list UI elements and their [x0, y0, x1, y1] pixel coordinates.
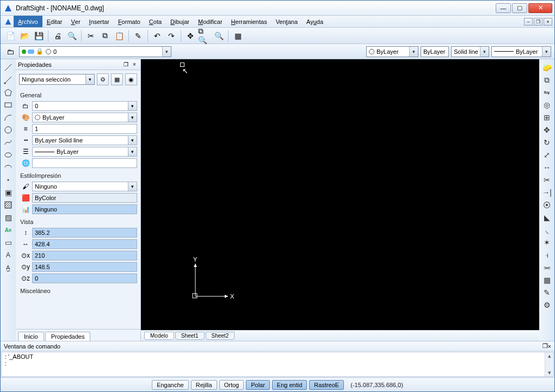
properties-icon[interactable]: ▦	[231, 29, 244, 42]
menu-ayuda[interactable]: Ayuda	[302, 16, 328, 27]
print-icon[interactable]: 🖨	[51, 29, 64, 42]
copy-icon[interactable]: ⧉	[98, 29, 112, 42]
select-all-icon[interactable]: ▦	[111, 73, 123, 85]
prop-color[interactable]: ByLayer	[32, 113, 137, 122]
panel-dock-icon[interactable]: ❐	[122, 61, 130, 69]
save-icon[interactable]: 💾	[32, 29, 45, 42]
menu-editar[interactable]: Editar	[42, 16, 67, 27]
rectangle-icon[interactable]	[2, 99, 14, 111]
color-combo[interactable]: ByLayer	[366, 46, 418, 57]
tab-inicio[interactable]: Inicio	[18, 332, 44, 341]
rotate-icon[interactable]: ↻	[541, 136, 553, 148]
menu-ventana[interactable]: Ventana	[272, 16, 302, 27]
prop-view-w[interactable]: 428.4	[32, 239, 137, 249]
pick-icon[interactable]: ◉	[125, 73, 137, 85]
open-icon[interactable]: 📂	[18, 29, 31, 42]
tab-propiedades[interactable]: Propiedades	[45, 332, 91, 341]
arc-icon[interactable]	[2, 111, 14, 123]
dropdown-icon[interactable]	[409, 47, 418, 57]
dropdown-icon[interactable]	[542, 47, 551, 57]
undo-icon[interactable]: ↶	[151, 29, 164, 42]
menu-archivo[interactable]: Archivo	[14, 16, 42, 27]
menu-modificar[interactable]: Modificar	[194, 16, 227, 27]
maximize-button[interactable]: ▢	[512, 3, 527, 13]
cmd-dock-icon[interactable]: ❐	[542, 343, 548, 350]
print-preview-icon[interactable]: 🔍	[65, 29, 78, 42]
line-icon[interactable]	[2, 61, 14, 73]
pencil-icon[interactable]: ✎	[132, 29, 145, 42]
ellipse-arc-icon[interactable]	[2, 161, 14, 173]
toggle-polar[interactable]: Polar	[246, 380, 270, 390]
mdi-close-button[interactable]: ×	[544, 18, 552, 26]
scrollbar[interactable]: ▴▾	[545, 352, 553, 376]
panel-close-icon[interactable]: ×	[131, 61, 138, 69]
spline-icon[interactable]	[2, 136, 14, 148]
menu-cota[interactable]: Cota	[145, 16, 166, 27]
menu-herramientas[interactable]: Herramientas	[227, 16, 272, 27]
pan-icon[interactable]: ✥	[184, 29, 197, 42]
tab-sheet2[interactable]: Sheet2	[206, 332, 235, 340]
prop-layer[interactable]: 0	[32, 101, 137, 111]
cut-icon[interactable]: ✂	[84, 29, 97, 42]
selection-combo[interactable]: Ninguna selección	[19, 74, 95, 85]
prop-lineweight[interactable]: ByLayer	[32, 147, 137, 157]
layer-manager-icon[interactable]: 🗀	[4, 45, 17, 58]
hatch-icon[interactable]	[2, 199, 14, 211]
erase-icon[interactable]: 🧽	[541, 61, 553, 73]
dropdown-icon[interactable]	[85, 74, 94, 84]
minimize-button[interactable]: ―	[496, 3, 511, 13]
toggle-eng-entid[interactable]: Eng entid	[272, 380, 307, 390]
dropdown-icon[interactable]	[128, 113, 137, 122]
array-icon[interactable]: ⊞	[541, 111, 553, 123]
block-icon[interactable]: ▣	[2, 186, 14, 198]
mdi-restore-button[interactable]: ❐	[534, 18, 542, 26]
align-icon[interactable]: ⫞	[541, 249, 553, 261]
edit-text-icon[interactable]: ✎	[541, 287, 553, 298]
fillet-icon[interactable]: ◟	[541, 224, 553, 236]
trim-icon[interactable]: ✂	[541, 174, 553, 186]
join-icon[interactable]: ⫘	[541, 262, 553, 273]
prop-view-h[interactable]: 385.2	[32, 228, 137, 238]
edit-hatch-icon[interactable]: ▦	[541, 274, 553, 286]
tab-sheet1[interactable]: Sheet1	[175, 332, 205, 340]
polygon-icon[interactable]	[2, 86, 14, 98]
menu-ver[interactable]: Ver	[66, 16, 84, 27]
paste-icon[interactable]: 📋	[113, 29, 126, 42]
prop-hyperlink[interactable]	[32, 158, 137, 168]
mirror-icon[interactable]: ⇋	[541, 86, 553, 98]
cmd-close-icon[interactable]: ×	[548, 343, 551, 350]
toggle-rejilla[interactable]: Rejilla	[191, 380, 217, 390]
toggle-ortog[interactable]: Ortog	[219, 380, 244, 390]
lineweight-combo[interactable]: ByLayer	[421, 46, 449, 57]
prop-view-cy[interactable]: 148.5	[32, 262, 137, 272]
circle-icon[interactable]	[2, 124, 14, 136]
drawing-canvas[interactable]: ↖ X Y	[141, 59, 539, 330]
dimension-icon[interactable]: A̲	[2, 262, 14, 273]
menu-formato[interactable]: Formato	[114, 16, 145, 27]
scale-icon[interactable]: ⤢	[541, 149, 553, 161]
text-icon[interactable]: AB	[2, 224, 14, 236]
dropdown-icon[interactable]	[128, 147, 137, 156]
prop-linetype[interactable]: ByLayer Solid line	[32, 135, 137, 145]
prop-plottable[interactable]: Ninguno	[32, 204, 137, 214]
dropdown-icon[interactable]	[128, 182, 137, 191]
stretch-icon[interactable]: ↔	[541, 161, 553, 173]
toggle-rastreoe[interactable]: RastreoE	[309, 380, 344, 390]
explode-icon[interactable]: ✶	[541, 237, 553, 248]
zoom-window-icon[interactable]: ⧉🔍	[198, 29, 211, 42]
prop-view-cz[interactable]: 0	[32, 273, 137, 283]
ellipse-icon[interactable]	[2, 149, 14, 161]
new-icon[interactable]: 📄	[4, 29, 17, 42]
layer-combo[interactable]: 🔒 0	[19, 46, 171, 57]
close-button[interactable]: ✕	[528, 3, 552, 13]
menu-insertar[interactable]: Insertar	[85, 16, 114, 27]
region-icon[interactable]: ▨	[2, 211, 14, 223]
linetype-combo[interactable]: Solid line	[451, 46, 489, 57]
prop-view-cx[interactable]: 210	[32, 251, 137, 260]
command-input[interactable]: : '_ABOUT : ▴▾	[1, 352, 554, 377]
dropdown-icon[interactable]	[128, 136, 137, 145]
break-icon[interactable]: ⦿	[541, 199, 553, 211]
extend-icon[interactable]: →|	[541, 186, 553, 198]
note-icon[interactable]: ▭	[2, 237, 14, 248]
offset-icon[interactable]: ◎	[541, 99, 553, 111]
